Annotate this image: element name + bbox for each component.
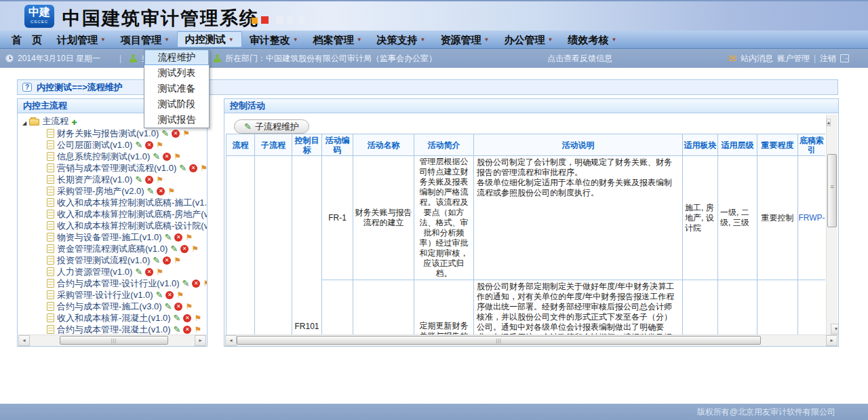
- flag-icon[interactable]: [191, 244, 199, 254]
- tree-item-label[interactable]: 资金管理流程测试底稿(v1.0): [57, 243, 167, 255]
- delete-icon[interactable]: [174, 303, 182, 311]
- expand-icon[interactable]: [22, 117, 26, 127]
- scroll-thumb[interactable]: [827, 154, 837, 227]
- menu-item-plan[interactable]: 计划管理▼: [50, 32, 113, 47]
- tree-item-label[interactable]: 合约与成本管理-混凝土(v1.0): [57, 324, 171, 335]
- scroll-thumb[interactable]: |||: [60, 336, 168, 345]
- menu-item-performance[interactable]: 绩效考核▼: [560, 32, 624, 47]
- dropdown-item-test-phase[interactable]: 测试阶段: [144, 96, 209, 112]
- horizontal-scrollbar[interactable]: ◂ ||| ▸: [18, 335, 206, 346]
- menu-item-audit-rectify[interactable]: 审计整改▼: [242, 32, 306, 47]
- edit-icon[interactable]: [135, 140, 142, 150]
- dropdown-item-test-report[interactable]: 测试报告: [144, 112, 209, 128]
- flag-icon[interactable]: [167, 186, 175, 196]
- tree-item[interactable]: 物资与设备管理-施工(v1.0): [22, 231, 207, 243]
- tree-item-label[interactable]: 采购管理-设计行业(v1.0): [57, 289, 153, 301]
- horizontal-scrollbar[interactable]: ◂ ||| ▸: [225, 335, 837, 346]
- tree-item[interactable]: 长期资产流程(v1.0): [22, 174, 207, 185]
- logout-door-icon[interactable]: [840, 54, 849, 62]
- edit-icon[interactable]: [165, 232, 172, 242]
- flag-icon[interactable]: [194, 324, 201, 335]
- logout-link[interactable]: 注销: [820, 53, 836, 64]
- flag-icon[interactable]: [156, 267, 163, 277]
- add-icon[interactable]: [71, 117, 77, 127]
- flag-icon[interactable]: [200, 163, 207, 173]
- tree-item-label[interactable]: 信息系统控制测试(v1.0): [57, 151, 150, 163]
- tree-item-label[interactable]: 收入和成本核算-混凝土(v1.0): [57, 312, 171, 324]
- edit-icon[interactable]: [156, 290, 163, 300]
- flag-icon[interactable]: [182, 128, 190, 138]
- tree-item-label[interactable]: 收入和成本核算控制测试底稿-房地产(v1.0): [57, 208, 207, 221]
- menu-item-home[interactable]: 首 页: [4, 32, 50, 47]
- tree-item-label[interactable]: 收入和成本核算控制测试底稿-设计院(v1.0): [57, 220, 207, 232]
- tree-item[interactable]: 合约与成本管理-混凝土(v1.0): [22, 324, 207, 335]
- menu-item-archive[interactable]: 档案管理▼: [306, 32, 370, 47]
- tree-root-label[interactable]: 主流程: [42, 115, 68, 128]
- account-manage-link[interactable]: 账户管理: [777, 53, 810, 64]
- tree-item[interactable]: 收入和成本核算控制测试底稿-设计院(v1.0): [22, 220, 207, 231]
- flag-icon[interactable]: [174, 151, 181, 161]
- delete-icon[interactable]: [145, 176, 153, 184]
- tree-item[interactable]: 人力资源管理(v1.0): [22, 266, 207, 278]
- delete-icon[interactable]: [165, 291, 174, 299]
- menu-item-resource[interactable]: 资源管理▼: [433, 32, 497, 47]
- delete-icon[interactable]: [157, 187, 165, 195]
- delete-icon[interactable]: [174, 233, 182, 242]
- edit-icon[interactable]: [153, 255, 160, 265]
- flag-icon[interactable]: [174, 255, 181, 265]
- flag-icon[interactable]: [185, 301, 193, 311]
- flag-icon[interactable]: [156, 174, 163, 185]
- flag-icon[interactable]: [156, 140, 163, 150]
- tree-item[interactable]: 采购管理-房地产(v2.0): [22, 185, 207, 197]
- scroll-right-arrow[interactable]: ▸: [195, 335, 206, 346]
- tree-item[interactable]: 采购管理-设计行业(v1.0): [22, 289, 207, 301]
- tree-item[interactable]: 资金管理流程测试底稿(v1.0): [22, 243, 207, 254]
- tree-item[interactable]: 财务关账与报告测试(v1.0): [22, 128, 207, 139]
- tree-item-label[interactable]: 收入和成本核算控制测试底稿-施工(v1.0): [57, 197, 207, 209]
- scroll-down-arrow[interactable]: ▾: [831, 324, 838, 335]
- feedback-link[interactable]: 点击查看反馈信息: [547, 53, 612, 64]
- edit-icon[interactable]: [135, 174, 142, 185]
- site-messages-link[interactable]: 站内消息: [741, 53, 773, 64]
- flag-icon[interactable]: [185, 232, 193, 242]
- cell-wp-index[interactable]: FRWP-: [798, 280, 826, 336]
- menu-item-internal-control-test[interactable]: 内控测试▼: [177, 31, 242, 47]
- delete-icon[interactable]: [192, 280, 200, 288]
- tree-item-label[interactable]: 物资与设备管理-施工(v1.0): [57, 231, 162, 244]
- edit-icon[interactable]: [179, 163, 186, 173]
- delete-icon[interactable]: [172, 130, 180, 138]
- delete-icon[interactable]: [189, 164, 197, 172]
- delete-icon[interactable]: [163, 256, 171, 265]
- tree-item[interactable]: 营销与成本管理测试流程(v1.0): [22, 162, 207, 174]
- scroll-right-arrow[interactable]: ▸: [826, 335, 837, 346]
- tree-item[interactable]: 合约与成本管理-设计行业(v1.0): [22, 278, 207, 289]
- tree-item[interactable]: 收入和成本核算-混凝土(v1.0): [22, 312, 207, 324]
- delete-icon[interactable]: [145, 268, 153, 276]
- delete-icon[interactable]: [163, 153, 171, 161]
- menu-item-project[interactable]: 项目管理▼: [113, 32, 177, 47]
- tree-item-label[interactable]: 合约与成本管理-设计行业(v1.0): [57, 278, 180, 290]
- edit-icon[interactable]: [147, 186, 155, 196]
- help-icon[interactable]: ?: [22, 83, 32, 92]
- delete-icon[interactable]: [183, 326, 191, 334]
- delete-icon[interactable]: [145, 141, 153, 149]
- table-row[interactable]: FR101 FR-1 财务关账与报告流程的建立 管理层根据公司特点建立财务关账及…: [226, 156, 826, 280]
- flag-icon[interactable]: [194, 313, 201, 323]
- menu-item-office[interactable]: 办公管理▼: [496, 32, 560, 47]
- flag-icon[interactable]: [176, 290, 184, 300]
- edit-icon[interactable]: [165, 301, 172, 311]
- tree-item[interactable]: 投资管理测试流程(v1.0): [22, 254, 207, 266]
- cell-wp-index[interactable]: FRWP-: [798, 156, 826, 280]
- edit-icon[interactable]: [182, 278, 190, 288]
- edit-icon[interactable]: [153, 151, 160, 161]
- menu-item-decision[interactable]: 决策支持▼: [370, 32, 433, 47]
- tree-item-label[interactable]: 公司层面测试(v1.0): [57, 139, 132, 151]
- edit-icon[interactable]: [174, 324, 181, 335]
- delete-icon[interactable]: [183, 314, 191, 322]
- scroll-left-arrow[interactable]: ◂: [18, 335, 30, 346]
- dropdown-item-process-maintain[interactable]: 流程维护: [144, 50, 209, 65]
- tree-item[interactable]: 收入和成本核算控制测试底稿-房地产(v1.0): [22, 208, 207, 220]
- delete-icon[interactable]: [180, 245, 189, 253]
- tree-item[interactable]: 信息系统控制测试(v1.0): [22, 151, 207, 162]
- scroll-left-arrow[interactable]: ◂: [225, 335, 237, 346]
